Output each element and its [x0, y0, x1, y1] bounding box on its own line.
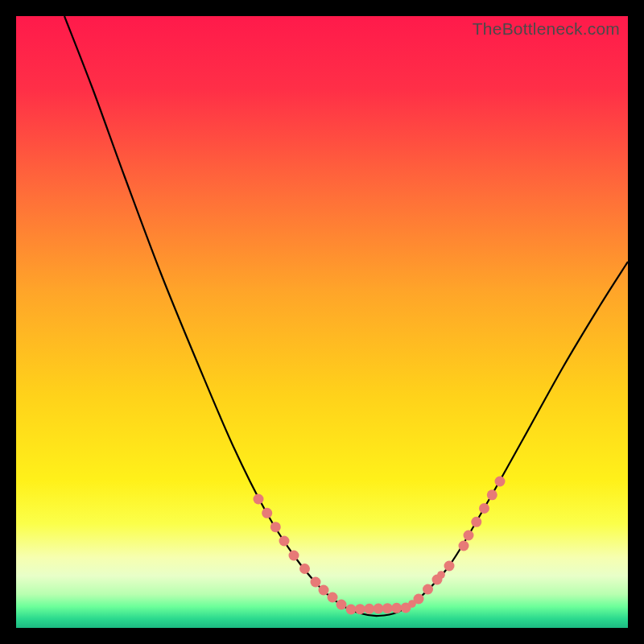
bead-dot: [487, 489, 497, 500]
bead-dot: [471, 517, 481, 527]
bead-dot: [408, 600, 416, 608]
bead-dot: [497, 478, 504, 485]
bead-dot: [299, 564, 310, 574]
bead-dot: [355, 604, 365, 614]
bottleneck-curve-path: [64, 16, 628, 616]
bead-dot: [374, 604, 384, 614]
bead-dot: [270, 522, 281, 532]
bead-dot: [479, 503, 489, 514]
chart-frame: TheBottleneck.com: [16, 16, 628, 628]
bead-dot: [391, 603, 402, 613]
bead-dot: [364, 604, 374, 614]
bead-dot: [348, 606, 355, 613]
bead-dot: [423, 584, 433, 595]
bead-dot: [402, 605, 410, 612]
bead-dot: [338, 601, 345, 609]
bead-layer: [254, 477, 506, 615]
bead-dot: [382, 603, 393, 613]
bead-dot: [460, 543, 468, 550]
curve-layer: [16, 16, 628, 628]
bead-dot: [437, 571, 445, 579]
bead-dot: [255, 496, 262, 503]
bead-dot: [328, 592, 338, 603]
bead-dot: [312, 579, 320, 586]
bead-dot: [446, 563, 453, 570]
bead-dot: [281, 538, 288, 545]
bead-dot: [262, 508, 272, 518]
bead-dot: [320, 587, 328, 594]
watermark-text: TheBottleneck.com: [473, 19, 620, 39]
bead-dot: [291, 552, 298, 559]
bead-dot: [465, 532, 473, 539]
bead-dot: [415, 596, 423, 603]
